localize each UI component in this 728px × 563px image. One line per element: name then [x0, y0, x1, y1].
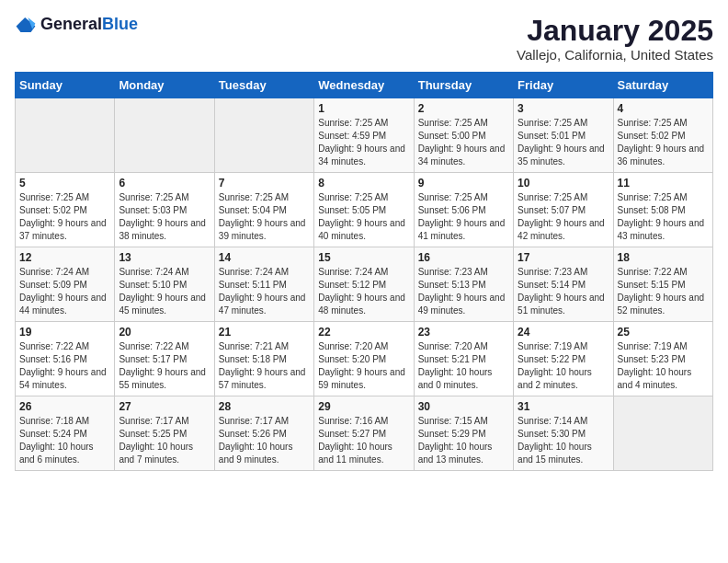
subtitle: Vallejo, California, United States — [517, 47, 713, 63]
calendar-cell: 11Sunrise: 7:25 AM Sunset: 5:08 PM Dayli… — [613, 173, 712, 247]
day-number: 15 — [318, 251, 409, 264]
day-info: Sunrise: 7:16 AM Sunset: 5:27 PM Dayligh… — [318, 415, 409, 466]
calendar-cell: 3Sunrise: 7:25 AM Sunset: 5:01 PM Daylig… — [514, 98, 613, 173]
calendar-cell: 6Sunrise: 7:25 AM Sunset: 5:03 PM Daylig… — [115, 173, 214, 247]
day-number: 11 — [618, 177, 709, 190]
day-number: 17 — [518, 251, 609, 264]
header-day-saturday: Saturday — [613, 73, 712, 98]
day-number: 25 — [618, 326, 709, 339]
day-number: 9 — [418, 177, 509, 190]
day-number: 7 — [219, 177, 310, 190]
calendar-cell: 21Sunrise: 7:21 AM Sunset: 5:18 PM Dayli… — [214, 322, 313, 396]
day-info: Sunrise: 7:19 AM Sunset: 5:22 PM Dayligh… — [518, 340, 609, 392]
day-info: Sunrise: 7:25 AM Sunset: 5:02 PM Dayligh… — [618, 117, 709, 168]
day-number: 19 — [19, 326, 110, 339]
calendar-cell: 13Sunrise: 7:24 AM Sunset: 5:10 PM Dayli… — [115, 247, 214, 322]
week-row-1: 1Sunrise: 7:25 AM Sunset: 4:59 PM Daylig… — [16, 98, 713, 173]
day-number: 14 — [219, 251, 310, 264]
calendar-cell: 25Sunrise: 7:19 AM Sunset: 5:23 PM Dayli… — [613, 322, 712, 396]
header-day-wednesday: Wednesday — [314, 73, 414, 98]
day-info: Sunrise: 7:18 AM Sunset: 5:24 PM Dayligh… — [19, 415, 110, 466]
day-number: 21 — [219, 326, 310, 339]
calendar-cell: 7Sunrise: 7:25 AM Sunset: 5:04 PM Daylig… — [214, 173, 313, 247]
day-info: Sunrise: 7:24 AM Sunset: 5:11 PM Dayligh… — [219, 266, 310, 317]
day-info: Sunrise: 7:23 AM Sunset: 5:14 PM Dayligh… — [518, 266, 609, 317]
day-info: Sunrise: 7:25 AM Sunset: 5:07 PM Dayligh… — [518, 191, 609, 243]
day-info: Sunrise: 7:24 AM Sunset: 5:10 PM Dayligh… — [119, 266, 210, 317]
calendar-cell: 12Sunrise: 7:24 AM Sunset: 5:09 PM Dayli… — [16, 247, 115, 322]
day-info: Sunrise: 7:25 AM Sunset: 4:59 PM Dayligh… — [318, 117, 409, 168]
day-info: Sunrise: 7:17 AM Sunset: 5:25 PM Dayligh… — [119, 415, 210, 466]
calendar-cell: 23Sunrise: 7:20 AM Sunset: 5:21 PM Dayli… — [414, 322, 513, 396]
calendar-cell: 24Sunrise: 7:19 AM Sunset: 5:22 PM Dayli… — [514, 322, 613, 396]
calendar-cell — [16, 98, 115, 173]
week-row-4: 19Sunrise: 7:22 AM Sunset: 5:16 PM Dayli… — [16, 322, 713, 396]
header-day-sunday: Sunday — [16, 73, 115, 98]
day-number: 27 — [119, 400, 210, 413]
calendar-cell: 1Sunrise: 7:25 AM Sunset: 4:59 PM Daylig… — [314, 98, 414, 173]
week-row-2: 5Sunrise: 7:25 AM Sunset: 5:02 PM Daylig… — [16, 173, 713, 247]
day-info: Sunrise: 7:22 AM Sunset: 5:16 PM Dayligh… — [19, 340, 110, 392]
calendar-cell: 10Sunrise: 7:25 AM Sunset: 5:07 PM Dayli… — [514, 173, 613, 247]
day-number: 20 — [119, 326, 210, 339]
day-info: Sunrise: 7:24 AM Sunset: 5:12 PM Dayligh… — [318, 266, 409, 317]
calendar-cell: 2Sunrise: 7:25 AM Sunset: 5:00 PM Daylig… — [414, 98, 513, 173]
day-number: 24 — [518, 326, 609, 339]
day-number: 23 — [418, 326, 509, 339]
header-day-monday: Monday — [115, 73, 214, 98]
day-number: 22 — [318, 326, 409, 339]
day-info: Sunrise: 7:25 AM Sunset: 5:00 PM Dayligh… — [418, 117, 509, 168]
week-row-3: 12Sunrise: 7:24 AM Sunset: 5:09 PM Dayli… — [16, 247, 713, 322]
day-number: 5 — [19, 177, 110, 190]
day-number: 4 — [618, 102, 709, 115]
header-row: SundayMondayTuesdayWednesdayThursdayFrid… — [16, 73, 713, 98]
header-day-thursday: Thursday — [414, 73, 513, 98]
logo-text: GeneralBlue — [40, 15, 138, 34]
main-title: January 2025 — [517, 15, 713, 47]
calendar-cell: 28Sunrise: 7:17 AM Sunset: 5:26 PM Dayli… — [214, 396, 313, 471]
calendar-cell: 8Sunrise: 7:25 AM Sunset: 5:05 PM Daylig… — [314, 173, 414, 247]
calendar-cell: 19Sunrise: 7:22 AM Sunset: 5:16 PM Dayli… — [16, 322, 115, 396]
day-info: Sunrise: 7:19 AM Sunset: 5:23 PM Dayligh… — [618, 340, 709, 392]
calendar-cell: 16Sunrise: 7:23 AM Sunset: 5:13 PM Dayli… — [414, 247, 513, 322]
day-info: Sunrise: 7:22 AM Sunset: 5:15 PM Dayligh… — [618, 266, 709, 317]
day-number: 12 — [19, 251, 110, 264]
day-number: 28 — [219, 400, 310, 413]
title-area: January 2025 Vallejo, California, United… — [517, 15, 713, 63]
calendar-cell: 5Sunrise: 7:25 AM Sunset: 5:02 PM Daylig… — [16, 173, 115, 247]
calendar-cell: 14Sunrise: 7:24 AM Sunset: 5:11 PM Dayli… — [214, 247, 313, 322]
day-info: Sunrise: 7:24 AM Sunset: 5:09 PM Dayligh… — [19, 266, 110, 317]
day-number: 16 — [418, 251, 509, 264]
day-info: Sunrise: 7:21 AM Sunset: 5:18 PM Dayligh… — [219, 340, 310, 392]
day-info: Sunrise: 7:14 AM Sunset: 5:30 PM Dayligh… — [518, 415, 609, 466]
calendar-cell: 26Sunrise: 7:18 AM Sunset: 5:24 PM Dayli… — [16, 396, 115, 471]
day-info: Sunrise: 7:25 AM Sunset: 5:08 PM Dayligh… — [618, 191, 709, 243]
day-number: 13 — [119, 251, 210, 264]
calendar-cell — [115, 98, 214, 173]
day-number: 6 — [119, 177, 210, 190]
day-info: Sunrise: 7:25 AM Sunset: 5:01 PM Dayligh… — [518, 117, 609, 168]
calendar-cell — [214, 98, 313, 173]
day-number: 3 — [518, 102, 609, 115]
day-number: 18 — [618, 251, 709, 264]
calendar-cell: 17Sunrise: 7:23 AM Sunset: 5:14 PM Dayli… — [514, 247, 613, 322]
calendar-cell: 31Sunrise: 7:14 AM Sunset: 5:30 PM Dayli… — [514, 396, 613, 471]
logo: GeneralBlue — [15, 15, 138, 34]
header-day-friday: Friday — [514, 73, 613, 98]
day-info: Sunrise: 7:22 AM Sunset: 5:17 PM Dayligh… — [119, 340, 210, 392]
day-number: 30 — [418, 400, 509, 413]
calendar-cell: 22Sunrise: 7:20 AM Sunset: 5:20 PM Dayli… — [314, 322, 414, 396]
day-info: Sunrise: 7:25 AM Sunset: 5:03 PM Dayligh… — [119, 191, 210, 243]
calendar-cell: 9Sunrise: 7:25 AM Sunset: 5:06 PM Daylig… — [414, 173, 513, 247]
calendar-cell: 4Sunrise: 7:25 AM Sunset: 5:02 PM Daylig… — [613, 98, 712, 173]
calendar-cell: 18Sunrise: 7:22 AM Sunset: 5:15 PM Dayli… — [613, 247, 712, 322]
calendar-cell: 30Sunrise: 7:15 AM Sunset: 5:29 PM Dayli… — [414, 396, 513, 471]
day-number: 29 — [318, 400, 409, 413]
header: GeneralBlue January 2025 Vallejo, Califo… — [15, 15, 713, 63]
day-number: 1 — [318, 102, 409, 115]
calendar-cell: 20Sunrise: 7:22 AM Sunset: 5:17 PM Dayli… — [115, 322, 214, 396]
day-number: 8 — [318, 177, 409, 190]
day-info: Sunrise: 7:25 AM Sunset: 5:06 PM Dayligh… — [418, 191, 509, 243]
calendar-cell: 15Sunrise: 7:24 AM Sunset: 5:12 PM Dayli… — [314, 247, 414, 322]
day-number: 31 — [518, 400, 609, 413]
